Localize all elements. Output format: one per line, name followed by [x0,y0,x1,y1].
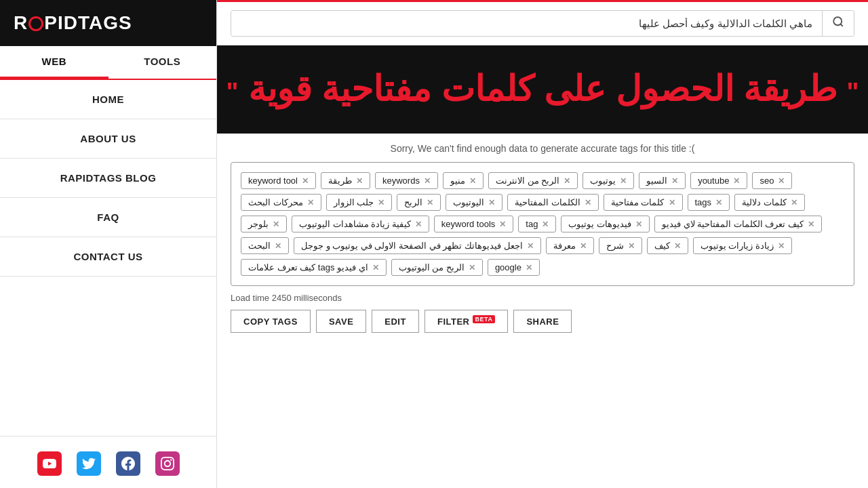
tag-item[interactable]: ✕keyword tool [241,172,316,189]
tag-remove-icon[interactable]: ✕ [469,263,475,272]
tag-item[interactable]: ✕السيو [639,172,686,189]
tag-item[interactable]: ✕اجعل فيديوهاتك تظهر في الصفحة الاولى في… [294,237,541,254]
tag-label: يوتيوب [590,176,616,186]
youtube-icon[interactable] [37,451,62,476]
tab-tools[interactable]: TOOLS [108,46,217,79]
tag-remove-icon[interactable]: ✕ [302,176,309,186]
instagram-icon[interactable] [155,451,180,476]
beta-badge: BETA [473,315,496,323]
tag-remove-icon[interactable]: ✕ [669,198,675,207]
logo: RPIDTAGS [0,0,216,46]
tag-remove-icon[interactable]: ✕ [628,241,635,251]
tag-item[interactable]: ✕شرح [599,237,642,254]
tag-item[interactable]: ✕فيديوهات يوتيوب [561,216,650,232]
tag-remove-icon[interactable]: ✕ [273,220,279,229]
tag-remove-icon[interactable]: ✕ [778,176,785,186]
logo-text: RPIDTAGS [14,12,132,34]
tag-item[interactable]: ✕كلمات دلالية [734,194,805,211]
menu-about[interactable]: ABOUT US [0,119,216,159]
tag-label: اليوتيوب [453,197,484,207]
tag-item[interactable]: ✕اليوتيوب [446,194,502,211]
tag-item[interactable]: ✕seo [752,172,792,189]
tag-label: كلمات دلالية [742,197,787,207]
tag-item[interactable]: ✕معرفة [546,237,594,254]
tag-remove-icon[interactable]: ✕ [635,220,642,229]
tag-remove-icon[interactable]: ✕ [527,241,534,251]
tag-item[interactable]: ✕يوتيوب [583,172,634,189]
tag-remove-icon[interactable]: ✕ [564,176,570,186]
tag-item[interactable]: ✕tag [518,216,556,232]
tag-label: google [495,262,521,272]
tag-remove-icon[interactable]: ✕ [808,220,814,229]
tab-web[interactable]: WEB [0,46,108,79]
tag-remove-icon[interactable]: ✕ [356,176,363,186]
tag-label: فيديوهات يوتيوب [568,219,631,229]
tag-item[interactable]: ✕منيو [443,172,484,189]
tag-item[interactable]: ✕google [488,259,540,276]
tag-item[interactable]: ✕البحث [241,237,289,254]
menu-blog[interactable]: RAPIDTAGS BLOG [0,159,216,198]
tag-label: tag [526,219,538,229]
tag-item[interactable]: ✕كيف تعرف الكلمات المفتاحية لاي فيديو [654,216,822,232]
tag-item[interactable]: ✕محركات البحث [241,194,321,211]
tag-label: زيادة زيارات يوتيوب [701,241,774,251]
tag-item[interactable]: ✕اي فيديو tags كيف تعرف علامات [241,259,387,276]
twitter-icon[interactable] [77,451,101,476]
tag-item[interactable]: ✕الكلمات المفتاحية [507,194,599,211]
tag-label: السيو [646,176,667,186]
tag-item[interactable]: ✕tags [688,194,730,211]
tag-item[interactable]: ✕youtube [690,172,747,189]
tag-remove-icon[interactable]: ✕ [542,220,549,229]
save-button[interactable]: SAVE [316,310,366,333]
tag-remove-icon[interactable]: ✕ [585,198,591,207]
tag-label: كلمات مفتاحية [611,197,665,207]
tag-remove-icon[interactable]: ✕ [733,176,740,186]
menu-faq[interactable]: FAQ [0,198,216,237]
tag-remove-icon[interactable]: ✕ [275,241,281,251]
tag-item[interactable]: ✕طريقة [321,172,370,189]
tag-remove-icon[interactable]: ✕ [307,198,314,207]
tag-item[interactable]: ✕كيفية زيادة مشاهدات اليوتيوب [292,216,429,232]
tag-remove-icon[interactable]: ✕ [778,241,785,251]
tag-remove-icon[interactable]: ✕ [427,198,433,207]
tag-remove-icon[interactable]: ✕ [715,198,722,207]
content-area: Sorry, We can't find enough data to gene… [217,134,868,488]
tag-remove-icon[interactable]: ✕ [620,176,627,186]
tag-item[interactable]: ✕keyword tools [434,216,513,232]
tag-remove-icon[interactable]: ✕ [415,220,422,229]
tag-remove-icon[interactable]: ✕ [580,241,587,251]
tag-item[interactable]: ✕بلوجر [241,216,287,232]
menu-home[interactable]: HOME [0,80,216,119]
tag-item[interactable]: ✕جلب الزوار [326,194,393,211]
tag-remove-icon[interactable]: ✕ [526,263,532,272]
tag-item[interactable]: ✕زيادة زيارات يوتيوب [693,237,792,254]
tag-label: seo [760,176,774,186]
tag-remove-icon[interactable]: ✕ [499,220,506,229]
tag-item[interactable]: ✕الربح من الانترنت [488,172,578,189]
tag-item[interactable]: ✕الربح من اليوتيوب [391,259,483,276]
tag-label: كيف [654,241,670,251]
tag-remove-icon[interactable]: ✕ [791,198,797,207]
tag-remove-icon[interactable]: ✕ [372,263,379,272]
tag-remove-icon[interactable]: ✕ [378,198,384,207]
share-button[interactable]: SHARE [513,310,572,333]
search-button[interactable] [822,11,854,36]
tag-label: بلوجر [248,219,269,229]
tags-container: ✕seo✕youtube✕السيو✕يوتيوب✕الربح من الانت… [231,162,854,286]
filter-button[interactable]: FILTER BETA [425,310,508,333]
tag-item[interactable]: ✕كلمات مفتاحية [604,194,683,211]
menu-contact[interactable]: CONTACT US [0,237,216,277]
tag-remove-icon[interactable]: ✕ [488,198,495,207]
tag-item[interactable]: ✕الربح [397,194,441,211]
tag-item[interactable]: ✕كيف [647,237,688,254]
tag-remove-icon[interactable]: ✕ [424,176,431,186]
tag-item[interactable]: ✕keywords [375,172,438,189]
edit-button[interactable]: EDIT [372,310,419,333]
search-input[interactable] [231,11,822,36]
tag-remove-icon[interactable]: ✕ [469,176,476,186]
facebook-icon[interactable] [116,451,140,476]
copy-tags-button[interactable]: COPY TAGS [231,310,311,333]
tag-remove-icon[interactable]: ✕ [674,241,681,251]
tag-label: الكلمات المفتاحية [515,197,580,207]
tag-remove-icon[interactable]: ✕ [671,176,678,186]
